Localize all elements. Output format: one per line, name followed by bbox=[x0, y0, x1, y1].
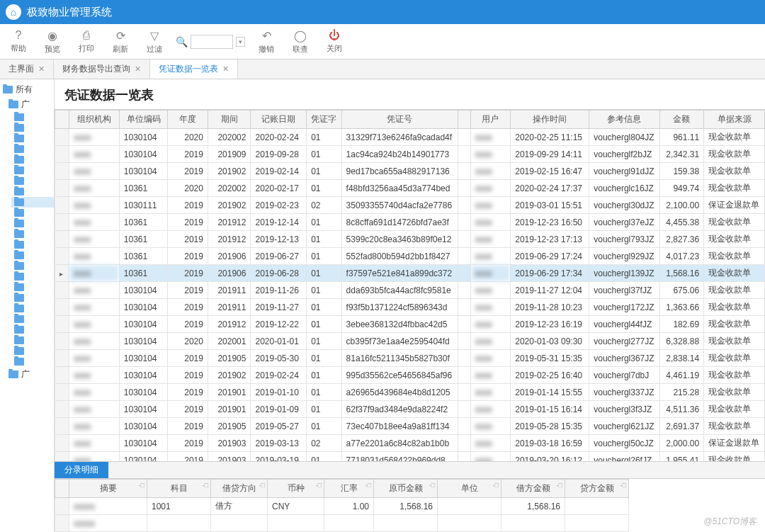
filter-button[interactable]: ▽过滤 bbox=[142, 29, 167, 55]
tree-node[interactable] bbox=[11, 154, 54, 165]
tree-node[interactable] bbox=[11, 123, 54, 133]
row-handle[interactable] bbox=[55, 197, 69, 214]
table-row[interactable]: xxxx103010420192019052019-05-270173ec407… bbox=[55, 418, 765, 435]
detail-column-header[interactable]: 借贷方向-□ bbox=[211, 480, 268, 498]
table-row[interactable]: xxxx103010420192019012019-01-090162f37f9… bbox=[55, 401, 765, 418]
table-row[interactable]: xxxx103011120192019022019-02-23023509335… bbox=[55, 197, 765, 214]
refresh-button[interactable]: ⟳刷新 bbox=[108, 29, 133, 55]
tree-node[interactable] bbox=[11, 144, 54, 154]
table-row[interactable]: xxxx1036120192019122019-12-13015399c20c8… bbox=[55, 231, 765, 248]
pin-icon[interactable]: -□ bbox=[557, 482, 562, 489]
close-button[interactable]: ⏻关闭 bbox=[322, 29, 347, 54]
row-handle[interactable] bbox=[55, 515, 69, 532]
row-handle[interactable] bbox=[55, 401, 69, 418]
search-icon[interactable]: 🔍 bbox=[176, 36, 188, 47]
row-handle[interactable] bbox=[55, 435, 69, 452]
detail-row[interactable]: xxxxx 1001 借方 CNY 1.00 1,568.16 1,568.16 bbox=[55, 498, 629, 515]
tree-node[interactable] bbox=[11, 335, 54, 346]
tree-node[interactable] bbox=[11, 293, 54, 303]
close-icon[interactable]: ✕ bbox=[38, 64, 45, 74]
row-handle[interactable] bbox=[55, 129, 69, 146]
pin-icon[interactable]: -□ bbox=[620, 482, 626, 489]
row-handle[interactable] bbox=[55, 248, 69, 265]
tree-node[interactable] bbox=[11, 133, 54, 144]
column-header[interactable]: 期间 bbox=[208, 111, 251, 129]
help-button[interactable]: ?帮助 bbox=[6, 29, 31, 54]
pin-icon[interactable]: -□ bbox=[203, 482, 208, 489]
row-handle[interactable] bbox=[55, 180, 69, 197]
column-header[interactable]: 凭证号 bbox=[341, 111, 458, 129]
table-row[interactable]: xxxx103010420192019092019-09-28011ac94ca… bbox=[55, 146, 765, 163]
undo-button[interactable]: ↶撤销 bbox=[254, 29, 279, 55]
row-handle[interactable] bbox=[55, 350, 69, 367]
row-handle[interactable] bbox=[55, 333, 69, 350]
row-handle[interactable] bbox=[55, 452, 69, 462]
tree-node[interactable] bbox=[11, 165, 54, 176]
search-input[interactable] bbox=[191, 35, 233, 49]
column-header[interactable]: 年度 bbox=[168, 111, 208, 129]
pin-icon[interactable]: -□ bbox=[139, 482, 144, 489]
detail-column-header[interactable]: 借方金额-□ bbox=[502, 480, 565, 498]
detail-column-header[interactable]: 单位-□ bbox=[438, 480, 502, 498]
tree-node[interactable] bbox=[11, 356, 54, 367]
tree-node[interactable] bbox=[11, 176, 54, 186]
row-handle[interactable] bbox=[55, 214, 69, 231]
tab-fin-export[interactable]: 财务数据导出查询✕ bbox=[54, 60, 150, 79]
tree-node[interactable] bbox=[11, 271, 54, 282]
column-header[interactable]: 参考信息 bbox=[589, 111, 659, 129]
table-row[interactable]: xxxx1036120192019062019-06-2701552fad800… bbox=[55, 248, 765, 265]
column-header[interactable]: 凭证字 bbox=[307, 111, 341, 129]
column-header[interactable]: 用户 bbox=[470, 111, 511, 129]
column-header[interactable]: 操作时间 bbox=[511, 111, 589, 129]
tree-node[interactable] bbox=[11, 303, 54, 314]
pin-icon[interactable]: -□ bbox=[493, 482, 499, 489]
table-row[interactable]: xxxx103010420192019032019-03-1302a77e220… bbox=[55, 435, 765, 452]
detail-column-header[interactable]: 原币金额-□ bbox=[374, 480, 438, 498]
table-row[interactable]: xxxx1036120192019062019-06-2801f37597e52… bbox=[55, 265, 765, 282]
column-header[interactable]: 单据来源 bbox=[704, 111, 765, 129]
sub-tab-entries[interactable]: 分录明细 bbox=[55, 462, 108, 478]
row-handle[interactable] bbox=[55, 231, 69, 248]
tree-root[interactable]: 所有 bbox=[0, 82, 54, 97]
column-header[interactable]: 金额 bbox=[659, 111, 704, 129]
table-row[interactable]: xxxx103010420192019022019-02-14019ed17bc… bbox=[55, 163, 765, 180]
tree-node[interactable]: 广 bbox=[6, 97, 54, 112]
pin-icon[interactable]: -□ bbox=[259, 482, 265, 489]
tree-node[interactable] bbox=[11, 218, 54, 229]
tree-node[interactable] bbox=[11, 314, 54, 324]
tree-node[interactable]: 广 bbox=[6, 367, 54, 382]
close-icon[interactable]: ✕ bbox=[135, 64, 141, 74]
tree-node[interactable] bbox=[11, 324, 54, 335]
tab-main[interactable]: 主界面✕ bbox=[0, 60, 54, 79]
row-handle[interactable] bbox=[55, 384, 69, 401]
sidebar-tree[interactable]: 所有 广 广 bbox=[0, 79, 55, 532]
table-row[interactable]: xxxx103010420192019112019-11-2601dda693b… bbox=[55, 282, 765, 299]
column-header[interactable] bbox=[458, 111, 470, 129]
row-handle[interactable] bbox=[55, 146, 69, 163]
row-handle[interactable] bbox=[55, 418, 69, 435]
search-dropdown-icon[interactable]: ▾ bbox=[236, 37, 245, 47]
table-row[interactable]: xxxx103010420192019052019-05-300181a16fc… bbox=[55, 350, 765, 367]
table-row[interactable]: xxxx103010420192019032019-03-19017718031… bbox=[55, 452, 765, 462]
table-row[interactable]: xxxx1036120202020022020-02-1701f48bfd325… bbox=[55, 180, 765, 197]
voucher-grid[interactable]: 组织机构单位编码年度期间记账日期凭证字凭证号用户操作时间参考信息金额单据来源 x… bbox=[55, 109, 765, 461]
tree-node[interactable] bbox=[11, 229, 54, 239]
row-handle[interactable] bbox=[55, 282, 69, 299]
tree-node[interactable] bbox=[11, 112, 54, 123]
print-button[interactable]: ⎙打印 bbox=[74, 29, 99, 54]
close-icon[interactable]: ✕ bbox=[222, 64, 229, 74]
row-handle[interactable] bbox=[55, 163, 69, 180]
preview-button[interactable]: ◉预览 bbox=[40, 29, 65, 55]
tree-node[interactable] bbox=[11, 186, 54, 197]
row-handle[interactable] bbox=[55, 367, 69, 384]
pin-icon[interactable]: -□ bbox=[366, 482, 371, 489]
detail-column-header[interactable]: 汇率-□ bbox=[324, 480, 374, 498]
table-row[interactable]: xxxx103010420192019112019-11-2701f93f5b1… bbox=[55, 299, 765, 316]
link-button[interactable]: ◯联查 bbox=[288, 29, 313, 55]
detail-column-header[interactable]: 摘要-□ bbox=[69, 480, 147, 498]
table-row[interactable]: xxxx103010420192019122019-12-22013ebee36… bbox=[55, 316, 765, 333]
detail-column-header[interactable]: 币种-□ bbox=[268, 480, 324, 498]
column-header[interactable]: 记账日期 bbox=[251, 111, 307, 129]
pin-icon[interactable]: -□ bbox=[429, 482, 435, 489]
tree-node[interactable] bbox=[11, 261, 54, 271]
